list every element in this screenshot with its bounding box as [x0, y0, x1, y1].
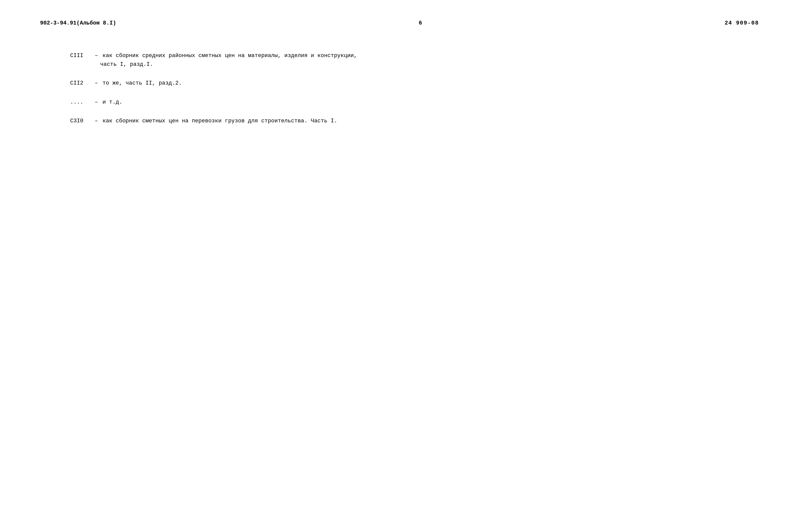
entry-c111-code: СIII [70, 51, 90, 60]
content-area: СIII – как сборник средних районных смет… [40, 46, 759, 126]
entry-c112-dash: – [95, 79, 98, 88]
entry-c112-code: СII2 [70, 79, 90, 88]
entry-c111-dash: – [95, 51, 98, 60]
entry-c112: СII2 – то же, часть II, разд.2. [70, 79, 759, 88]
entry-c111: СIII – как сборник средних районных смет… [70, 51, 759, 69]
entry-c112-text: то же, часть II, разд.2. [103, 79, 759, 88]
entry-c310-text: как сборник сметных цен на перевозки гру… [103, 117, 759, 126]
entry-dots-main: .... – и т.д. [70, 98, 759, 107]
entry-dots-dash: – [95, 98, 98, 107]
entry-c310-code: С3I0 [70, 117, 90, 126]
header-page-number: 6 [126, 20, 715, 26]
header-album: (Альбом 8.I) [76, 20, 116, 26]
entry-c111-continuation: часть I, разд.I. [70, 60, 759, 69]
page: 902-3-94.91 (Альбом 8.I) 6 24 909-08 СII… [0, 0, 799, 532]
entry-c111-text: как сборник средних районных сметных цен… [103, 51, 759, 60]
entry-c310: С3I0 – как сборник сметных цен на перево… [70, 117, 759, 126]
header-doc-number: 902-3-94.91 [40, 20, 76, 26]
entry-dots-code: .... [70, 98, 90, 107]
header-right-number: 24 909-08 [725, 20, 759, 26]
entry-c310-dash: – [95, 117, 98, 126]
page-header: 902-3-94.91 (Альбом 8.I) 6 24 909-08 [40, 20, 759, 26]
entry-c112-main: СII2 – то же, часть II, разд.2. [70, 79, 759, 88]
entry-dots: .... – и т.д. [70, 98, 759, 107]
entry-c310-main: С3I0 – как сборник сметных цен на перево… [70, 117, 759, 126]
entry-dots-text: и т.д. [103, 98, 759, 107]
entry-c111-main: СIII – как сборник средних районных смет… [70, 51, 759, 60]
